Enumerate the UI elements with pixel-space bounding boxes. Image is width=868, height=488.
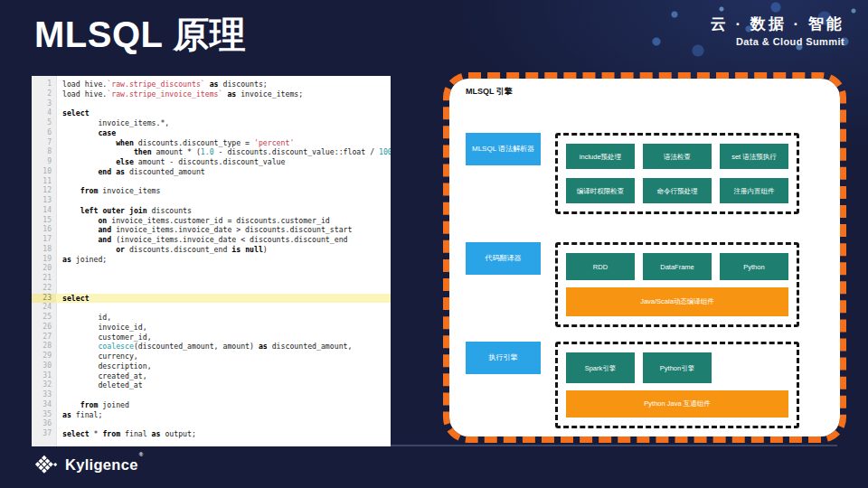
code-line: 5 invoice_items.*,: [32, 118, 391, 128]
code-line: 7 when discounts.discount_type = 'percen…: [32, 138, 391, 148]
kyligence-diamond-icon: [34, 454, 59, 476]
summit-brand: 云 · 数据 · 智能 Data & Cloud Summit: [711, 14, 844, 47]
code-text: select: [56, 294, 391, 304]
code-text: [56, 390, 391, 400]
line-number: 13: [32, 196, 56, 206]
code-line: 31 created_at,: [32, 371, 391, 381]
line-number: 18: [32, 245, 56, 255]
diagram-component-box: Python: [720, 253, 788, 280]
code-text: deleted_at: [56, 380, 391, 390]
line-number: 11: [32, 177, 56, 187]
line-number: 32: [32, 380, 56, 390]
mlsql-engine-panel-inner: MLSQL 引擎 MLSQL 语法解析器include预处理语法检查set 语法…: [449, 79, 840, 436]
code-line: 27 customer_id,: [32, 333, 391, 343]
line-number: 26: [32, 323, 56, 333]
diagram-row: 代码翻译器RDDDataFramePythonJava/Scala动态编译组件: [466, 242, 799, 327]
code-line: 22: [32, 284, 391, 294]
code-text: currency,: [56, 352, 391, 361]
line-number: 28: [32, 342, 56, 352]
line-number: 15: [32, 216, 56, 226]
code-text: and (invoice_items.invoice_date < discou…: [56, 235, 391, 245]
mlsql-engine-panel: MLSQL 引擎 MLSQL 语法解析器include预处理语法检查set 语法…: [443, 72, 846, 443]
code-line: 37select * from final as output;: [32, 429, 391, 439]
code-line: 28 coalesce(discounted_amount, amount) a…: [32, 342, 391, 352]
code-text: case: [56, 128, 391, 138]
code-text: when discounts.discount_type = 'percent': [56, 138, 391, 148]
diagram-component-box: DataFrame: [643, 253, 712, 280]
line-number: 19: [32, 255, 56, 265]
line-number: 25: [32, 313, 56, 323]
code-text: on invoice_items.customer_id = discounts…: [56, 216, 391, 226]
code-line: 6 case: [32, 128, 391, 138]
code-text: invoice_items.*,: [56, 118, 391, 128]
code-line: 14 left outer join discounts: [32, 206, 391, 216]
code-line: 34 from joined: [32, 400, 391, 410]
code-text: as joined;: [56, 255, 391, 265]
code-text: [56, 303, 391, 313]
line-number: 16: [32, 225, 56, 235]
code-line: 8 then amount * (1.0 - discounts.discoun…: [32, 147, 391, 157]
code-text: [56, 264, 391, 274]
line-number: 6: [32, 128, 56, 138]
line-number: 31: [32, 371, 56, 381]
code-line: 16 and invoice_items.invoice_date > disc…: [32, 225, 391, 235]
code-text: left outer join discounts: [56, 206, 391, 216]
code-line: 29 currency,: [32, 352, 391, 361]
summit-brand-en: Data & Cloud Summit: [711, 36, 844, 47]
diagram-row-label: MLSQL 语法解析器: [466, 133, 541, 165]
diagram-title: MLSQL 引擎: [466, 86, 513, 98]
code-line: 18 or discounts.discount_end is null): [32, 245, 391, 255]
code-text: [56, 274, 391, 284]
code-line: 4select: [32, 108, 391, 118]
line-number: 34: [32, 400, 56, 410]
code-line: 15 on invoice_items.customer_id = discou…: [32, 216, 391, 226]
line-number: 14: [32, 206, 56, 216]
code-line: 17 and (invoice_items.invoice_date < dis…: [32, 235, 391, 245]
diagram-row: MLSQL 语法解析器include预处理语法检查set 语法预执行编译时权限检…: [466, 133, 799, 214]
line-number: 24: [32, 303, 56, 313]
code-line: 23select: [32, 294, 391, 304]
line-number: 7: [32, 138, 56, 148]
code-line: 1load hive.`raw.stripe_discounts` as dis…: [32, 80, 391, 89]
code-line: 30 description,: [32, 361, 391, 371]
code-text: select * from final as output;: [56, 429, 391, 439]
code-text: [56, 284, 391, 294]
line-number: 8: [32, 147, 56, 157]
line-number: 35: [32, 410, 56, 420]
line-number: 37: [32, 429, 56, 439]
summit-brand-cn: 云 · 数据 · 智能: [711, 14, 844, 34]
diagram-box-grid: include预处理语法检查set 语法预执行编译时权限检查命令行预处理注册内置…: [566, 144, 788, 203]
code-line: 33: [32, 390, 391, 400]
diagram-component-box: include预处理: [566, 144, 635, 169]
line-number: 27: [32, 333, 56, 343]
line-number: 12: [32, 186, 56, 196]
line-number: 2: [32, 89, 56, 99]
registered-mark: ®: [139, 452, 144, 457]
code-line: 3: [32, 99, 391, 109]
diagram-component-group: include预处理语法检查set 语法预执行编译时权限检查命令行预处理注册内置…: [555, 133, 799, 214]
line-number: 36: [32, 419, 56, 429]
code-text: as final;: [56, 410, 391, 420]
line-number: 4: [32, 108, 56, 118]
code-text: description,: [56, 361, 391, 371]
code-text: [56, 177, 391, 187]
code-line: 21: [32, 274, 391, 284]
code-text: and invoice_items.invoice_date > discoun…: [56, 225, 391, 235]
code-text: select: [56, 108, 391, 118]
diagram-row: 执行引擎Spark引擎Python引擎Python Java 互通组件: [466, 342, 799, 428]
code-line: 2load hive.`raw.stripe_invoice_items` as…: [32, 89, 391, 99]
code-text: id,: [56, 313, 391, 323]
line-number: 9: [32, 157, 56, 167]
kyligence-logo: Kyligence®: [34, 454, 142, 476]
line-number: 33: [32, 390, 56, 400]
code-line: 35as final;: [32, 410, 391, 420]
code-text: or discounts.discount_end is null): [56, 245, 391, 255]
kyligence-logo-text: Kyligence®: [65, 456, 142, 474]
diagram-component-bar: Python Java 互通组件: [566, 390, 788, 418]
diagram-component-box: set 语法预执行: [720, 144, 788, 169]
code-text: from joined: [56, 400, 391, 410]
code-text: load hive.`raw.stripe_invoice_items` as …: [56, 89, 391, 99]
code-line: 24: [32, 303, 391, 313]
code-line: 26 invoice_id,: [32, 323, 391, 333]
diagram-component-box: Python引擎: [643, 352, 712, 383]
